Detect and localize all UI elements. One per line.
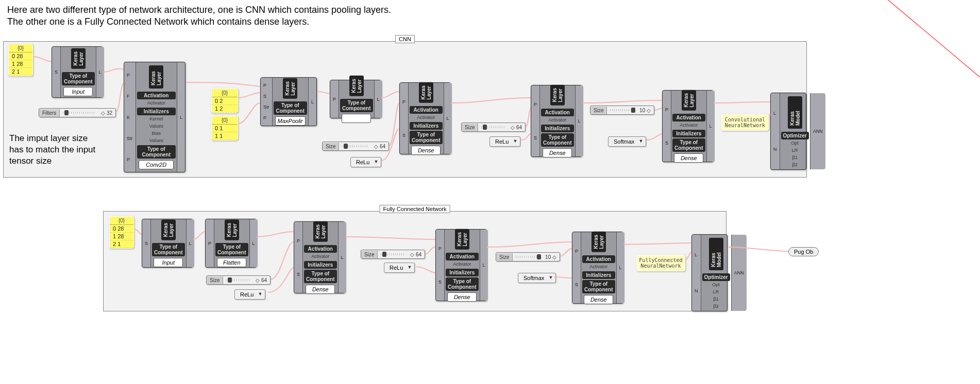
keras-layer-title: Keras Layer [149, 65, 163, 89]
slider-size-64c[interactable]: Size ◇ 64 [206, 275, 271, 285]
slider-size-10[interactable]: Size 10 ◇ [590, 106, 654, 115]
slider-size-64a[interactable]: Size ◇ 64 [322, 142, 389, 151]
panel-input-shape-2[interactable]: {0} 0 28 1 28 2 1 [109, 216, 134, 249]
slider-size-10b[interactable]: Size 10 ◇ [496, 252, 560, 261]
dropdown-relu-2[interactable]: ReLu [489, 136, 520, 147]
type-field-flatten[interactable] [217, 258, 246, 267]
panel-fcn-name[interactable]: FullyConnected NeuralNetwork [636, 255, 685, 271]
type-field-maxpool[interactable] [275, 116, 306, 126]
dropdown-softmax-1[interactable]: Softmax [608, 136, 646, 147]
comp-keras-model-cnn[interactable]: L N Keras Model Optimizer Opt LR β1 β2 A… [770, 93, 806, 170]
dropdown-relu-4[interactable]: ReLu [384, 263, 415, 273]
comp-dense-fcn-2[interactable]: P S Keras Layer Activation Activator Ini… [435, 229, 487, 301]
panel-row: 2 1 [9, 68, 32, 76]
comp-dense-fcn-3[interactable]: P S Keras Layer Activation Activator Ini… [572, 232, 623, 304]
type-field-dense[interactable] [411, 146, 441, 155]
slider-size-64b[interactable]: Size ◇ 64 [461, 123, 526, 132]
panel-strides[interactable]: {0} 0 1 1 1 [211, 116, 238, 141]
comp-generic-layer-1[interactable]: P Keras Layer Type of Component L [330, 80, 381, 118]
comp-dense-1[interactable]: P S Keras Layer Activation Activator Ini… [399, 82, 451, 154]
note-2: has to match the input [9, 145, 95, 154]
panel-cnn-name[interactable]: Convolutional NeuralNetwork [721, 114, 769, 131]
panel-header: {0} [9, 44, 32, 53]
panel-input-shape[interactable]: {0} 0 28 1 28 2 1 [8, 44, 33, 76]
group-label-fcn: Fully Connected Network [380, 205, 450, 213]
dropdown-softmax-2[interactable]: Softmax [518, 273, 556, 283]
dropdown-relu-3[interactable]: ReLu [234, 289, 265, 300]
type-field-conv2d[interactable] [139, 160, 174, 169]
panel-row: 0 28 [9, 53, 32, 60]
comp-input-2[interactable]: S Keras Layer Type of Component L [142, 219, 193, 268]
comp-maxpool[interactable]: P S Str P Keras Layer Type of Component … [260, 77, 317, 126]
group-label-cnn: CNN [395, 35, 415, 43]
slider-filters[interactable]: Filters ◇ 32 [39, 108, 116, 117]
capsule-pug-ob[interactable]: Pug Ob [788, 247, 819, 256]
comp-dense-3[interactable]: P S Keras Layer Activation Activator Ini… [662, 90, 714, 162]
title-line-1: Here are two different type of network a… [7, 5, 391, 15]
comp-dense-fcn-1[interactable]: P S Keras Layer Activation Activator Ini… [294, 221, 345, 293]
type-field-input[interactable] [63, 87, 93, 96]
comp-keras-model-fcn[interactable]: L N Keras Model Optimizer Opt LR β1 β2 A… [691, 234, 728, 311]
panel-pool-size[interactable]: {0} 0 2 1 2 [211, 89, 238, 113]
comp-dense-2[interactable]: P S Keras Layer Activation Activator Ini… [531, 85, 582, 157]
slider-size-64d[interactable]: Size ◇ 64 [361, 250, 425, 259]
svg-line-0 [876, 0, 980, 77]
title-line-2: The other one is a Fully Connected Netwo… [7, 16, 309, 27]
dropdown-relu-1[interactable]: ReLu [350, 157, 381, 167]
comp-flatten[interactable]: P Keras Layer Type of Component L [205, 219, 257, 268]
comp-input[interactable]: S Keras Layer Type of Component L [52, 46, 103, 98]
note-3: tensor size [9, 156, 52, 166]
group-fcn: Fully Connected Network [103, 211, 726, 311]
note-1: The imput layer size [9, 133, 88, 143]
panel-row: 1 28 [9, 60, 32, 68]
comp-conv2d[interactable]: P F K Str P Keras Layer Activation Activ… [124, 62, 185, 172]
keras-layer-title: Keras Layer [71, 48, 86, 69]
